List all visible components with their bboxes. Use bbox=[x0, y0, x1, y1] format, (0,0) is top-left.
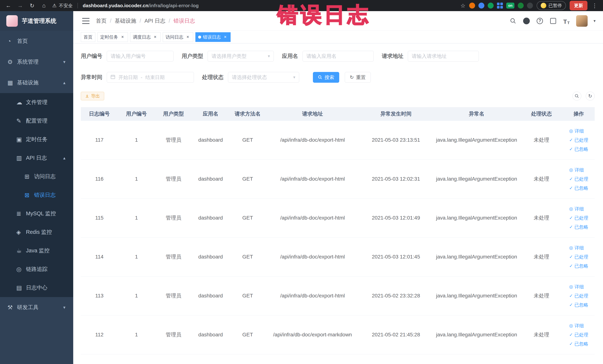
browser-back-icon[interactable]: ← bbox=[5, 2, 12, 9]
check-icon: ✓ bbox=[569, 303, 573, 307]
action-processed-link[interactable]: ✓已处理 bbox=[569, 137, 588, 143]
bookmark-star-icon[interactable]: ☆ bbox=[461, 2, 465, 9]
refresh-table-button[interactable]: ↻ bbox=[586, 92, 595, 101]
user-id-input[interactable] bbox=[107, 51, 174, 61]
site-security-indicator[interactable]: ⚠ 不安全 bbox=[52, 3, 73, 9]
end-date-placeholder: 结束日期 bbox=[145, 74, 165, 81]
close-icon[interactable]: × bbox=[120, 35, 125, 40]
sidebar-item-link-tracing[interactable]: ◎链路追踪 bbox=[0, 260, 73, 279]
extension-blue-drop-icon[interactable] bbox=[478, 3, 484, 9]
action-detail-link[interactable]: ◎详细 bbox=[569, 128, 584, 134]
sidebar-item-mysql-monitor[interactable]: ≣MySQL 监控 bbox=[0, 204, 73, 223]
extension-tree-icon[interactable] bbox=[518, 3, 524, 9]
hamburger-menu-icon[interactable] bbox=[82, 18, 90, 24]
row-actions: ◎详细✓已处理✓已忽略 bbox=[569, 245, 588, 269]
sidebar-logo-row[interactable]: 芋道管理系统 bbox=[0, 11, 73, 31]
export-button[interactable]: 导出 bbox=[81, 92, 104, 100]
action-processed-link[interactable]: ✓已处理 bbox=[569, 176, 588, 182]
github-icon[interactable] bbox=[523, 17, 530, 25]
tab-scheduled-tasks[interactable]: 定时任务× bbox=[97, 32, 128, 42]
breadcrumb-item-api-logs[interactable]: API 日志 bbox=[144, 17, 165, 25]
search-button[interactable]: 搜索 bbox=[313, 72, 339, 83]
sidebar-item-system-management[interactable]: ⚙系统管理▾ bbox=[0, 52, 73, 72]
action-ignored-link[interactable]: ✓已忽略 bbox=[569, 263, 588, 269]
tab-schedule-logs[interactable]: 调度日志× bbox=[130, 32, 161, 42]
tab-label: 错误日志 bbox=[203, 34, 221, 40]
table-row-117: 1171管理员dashboardGET/api/infra/db-doc/exp… bbox=[81, 120, 595, 159]
action-processed-link[interactable]: ✓已处理 bbox=[569, 332, 588, 338]
reset-button[interactable]: ↻ 重置 bbox=[345, 72, 371, 83]
toggle-search-button[interactable] bbox=[572, 92, 581, 101]
cell-app: dashboard bbox=[192, 237, 229, 276]
search-icon[interactable] bbox=[509, 17, 517, 25]
close-icon[interactable]: × bbox=[185, 35, 190, 40]
address-bar[interactable]: dashboard.yudao.iocoder.cn/infra/log/api… bbox=[83, 3, 456, 9]
close-icon[interactable]: × bbox=[223, 35, 228, 40]
action-ignored-link[interactable]: ✓已忽略 bbox=[569, 185, 588, 191]
action-detail-link[interactable]: ◎详细 bbox=[569, 323, 584, 329]
sidebar-item-error-logs[interactable]: ⊠错误日志 bbox=[0, 186, 73, 204]
request-url-input[interactable] bbox=[408, 51, 479, 61]
browser-refresh-icon[interactable]: ↻ bbox=[29, 2, 35, 9]
cell-actions: ◎详细✓已处理✓已忽略 bbox=[563, 276, 595, 315]
sidebar-item-redis-monitor[interactable]: ◈Redis 监控 bbox=[0, 223, 73, 241]
action-processed-link[interactable]: ✓已处理 bbox=[569, 215, 588, 221]
action-ignored-link[interactable]: ✓已忽略 bbox=[569, 302, 588, 308]
fullscreen-icon[interactable] bbox=[549, 17, 557, 25]
check-icon: ✓ bbox=[569, 264, 573, 268]
action-ignored-link[interactable]: ✓已忽略 bbox=[569, 341, 588, 347]
cell-exception: java.lang.IllegalArgumentException bbox=[433, 315, 520, 354]
extension-on-badge-icon[interactable]: on bbox=[506, 3, 514, 9]
app-title: 芋道管理系统 bbox=[22, 17, 56, 25]
chevron-down-icon[interactable]: ▾ bbox=[593, 19, 596, 23]
browser-update-button[interactable]: 更新 bbox=[570, 1, 587, 10]
cell-actions: ◎详细✓已处理✓已忽略 bbox=[563, 199, 595, 237]
cell-user_id: 1 bbox=[118, 120, 155, 159]
sidebar-item-dev-tools[interactable]: ⚒研发工具▾ bbox=[0, 297, 73, 318]
paused-pill-button[interactable]: 已暂停 bbox=[537, 1, 566, 10]
dashboard-icon: ◔ bbox=[7, 38, 17, 45]
browser-forward-icon[interactable]: → bbox=[17, 2, 24, 9]
edit-icon: ✎ bbox=[16, 117, 26, 124]
process-status-select[interactable]: 请选择处理状态 ▾ bbox=[228, 72, 299, 83]
close-icon[interactable]: × bbox=[152, 35, 158, 40]
action-ignored-link[interactable]: ✓已忽略 bbox=[569, 146, 588, 152]
extension-puzzle-icon[interactable] bbox=[527, 3, 533, 9]
action-processed-link[interactable]: ✓已处理 bbox=[569, 293, 588, 299]
action-ignored-link[interactable]: ✓已忽略 bbox=[569, 224, 588, 230]
font-size-icon[interactable]: TT bbox=[563, 17, 570, 25]
tab-access-logs[interactable]: 访问日志× bbox=[163, 32, 193, 42]
breadcrumb-item-home[interactable]: 首页 bbox=[96, 17, 107, 25]
browser-home-icon[interactable]: ⌂ bbox=[40, 2, 47, 9]
sidebar-item-api-logs[interactable]: ▥API 日志▴ bbox=[0, 149, 73, 167]
date-range-picker[interactable]: 开始日期 - 结束日期 bbox=[107, 72, 194, 83]
tab-home[interactable]: 首页 bbox=[81, 32, 95, 42]
sidebar-item-scheduled-tasks[interactable]: ▣定时任务 bbox=[0, 130, 73, 149]
sidebar: 芋道管理系统 ◔首页⚙系统管理▾▦基础设施▴☁文件管理✎配置管理▣定时任务▥AP… bbox=[0, 11, 73, 364]
extension-orange-icon[interactable] bbox=[469, 3, 475, 9]
browser-menu-kebab-icon[interactable]: ⋮ bbox=[591, 2, 598, 9]
sidebar-item-java-monitor[interactable]: ☕Java 监控 bbox=[0, 241, 73, 260]
sidebar-item-infrastructure[interactable]: ▦基础设施▴ bbox=[0, 72, 73, 93]
sidebar-item-config-management[interactable]: ✎配置管理 bbox=[0, 112, 73, 130]
user-type-select[interactable]: 请选择用户类型 ▾ bbox=[208, 51, 274, 61]
app-name-input[interactable] bbox=[302, 51, 374, 61]
action-detail-link[interactable]: ◎详细 bbox=[569, 167, 584, 173]
breadcrumb-item-infrastructure[interactable]: 基础设施 bbox=[115, 17, 136, 25]
sidebar-item-access-logs[interactable]: ⊞访问日志 bbox=[0, 167, 73, 186]
tab-error-logs[interactable]: 错误日志× bbox=[195, 32, 231, 42]
action-processed-link[interactable]: ✓已处理 bbox=[569, 254, 588, 260]
action-detail-link[interactable]: ◎详细 bbox=[569, 284, 584, 290]
extension-grid-icon[interactable] bbox=[497, 3, 503, 9]
sidebar-item-file-management[interactable]: ☁文件管理 bbox=[0, 93, 73, 112]
action-detail-link[interactable]: ◎详细 bbox=[569, 245, 584, 251]
sidebar-item-home[interactable]: ◔首页 bbox=[0, 31, 73, 52]
extension-green-play-icon[interactable] bbox=[488, 3, 494, 9]
action-detail-link[interactable]: ◎详细 bbox=[569, 206, 584, 212]
cell-time: 2021-05-03 12:01:45 bbox=[359, 237, 433, 276]
date-range-separator: - bbox=[141, 75, 142, 80]
help-question-icon[interactable]: ? bbox=[536, 17, 544, 25]
user-avatar[interactable] bbox=[576, 15, 588, 27]
cell-app: dashboard bbox=[192, 159, 229, 199]
sidebar-item-log-center[interactable]: ▤日志中心 bbox=[0, 279, 73, 297]
